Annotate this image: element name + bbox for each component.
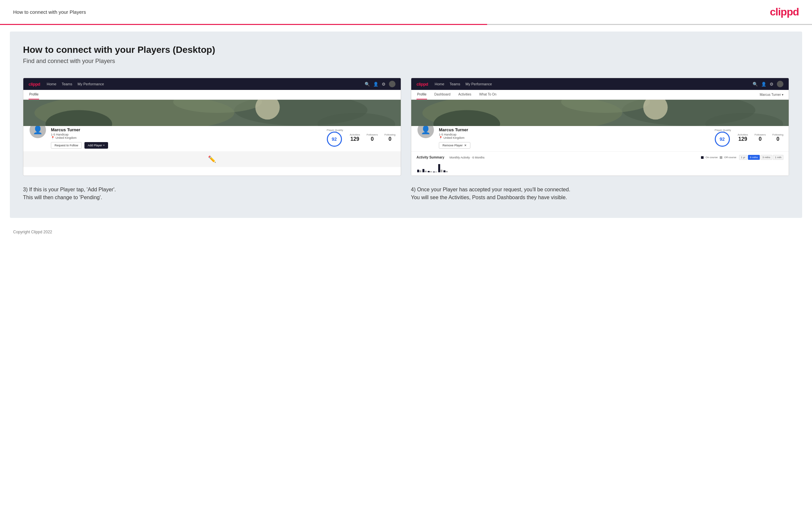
right-stats: Player Quality 92 Activities 129 Followe… bbox=[715, 127, 783, 147]
left-activities-stat: Activities 129 bbox=[350, 133, 360, 142]
right-tab-profile[interactable]: Profile bbox=[416, 90, 427, 100]
right-handicap: 1-5 Handicap bbox=[439, 133, 470, 136]
description-left-text: 3) If this is your Player tap, 'Add Play… bbox=[23, 186, 401, 202]
right-followers-stat: Followers 0 bbox=[755, 133, 766, 142]
bar-light-3 bbox=[430, 171, 432, 172]
right-nav-logo: clippd bbox=[416, 82, 428, 87]
header-divider bbox=[0, 24, 812, 25]
browser-title: How to connect with your Players bbox=[13, 9, 86, 15]
right-profile-details: Marcus Turner 1-5 Handicap 📍 United King… bbox=[439, 127, 470, 149]
right-nav-avatar[interactable] bbox=[777, 81, 783, 87]
right-nav-items: Home Teams My Performance bbox=[435, 82, 746, 86]
right-quality-stat: Player Quality 92 bbox=[715, 129, 731, 147]
location-pin-icon: 📍 bbox=[51, 136, 55, 139]
right-location: 📍 United Kingdom bbox=[439, 136, 470, 139]
left-scroll-area: ✏️ bbox=[23, 151, 401, 167]
left-app-nav: clippd Home Teams My Performance 🔍 👤 ⚙ bbox=[23, 78, 401, 90]
activity-controls: On course Off course 1 yr 6 mths 3 mths … bbox=[701, 155, 783, 160]
on-course-dot bbox=[701, 156, 704, 159]
activity-title-group: Activity Summary Monthly Activity · 6 Mo… bbox=[416, 156, 485, 159]
screenshot-left: clippd Home Teams My Performance 🔍 👤 ⚙ P… bbox=[23, 78, 401, 176]
right-golf-banner bbox=[411, 100, 789, 126]
chart-group-5 bbox=[438, 164, 443, 172]
bar-light-4 bbox=[435, 172, 437, 172]
page-title: How to connect with your Players (Deskto… bbox=[23, 45, 789, 55]
activity-chart bbox=[416, 162, 783, 172]
right-nav-home[interactable]: Home bbox=[435, 82, 444, 86]
right-nav-icons: 🔍 👤 ⚙ bbox=[753, 81, 783, 87]
chart-group-6 bbox=[444, 170, 448, 172]
description-right-text: 4) Once your Player has accepted your re… bbox=[411, 186, 789, 202]
period-1yr-button[interactable]: 1 yr bbox=[739, 155, 747, 160]
bar-dark-2 bbox=[422, 169, 424, 172]
bar-light-1 bbox=[419, 170, 421, 172]
left-tab-profile[interactable]: Profile bbox=[29, 90, 39, 100]
description-right: 4) Once your Player has accepted your re… bbox=[411, 186, 789, 202]
bar-dark-6 bbox=[444, 170, 445, 172]
left-nav-icons: 🔍 👤 ⚙ bbox=[365, 81, 396, 87]
left-nav-home[interactable]: Home bbox=[47, 82, 56, 86]
activity-legend: On course Off course bbox=[701, 156, 737, 159]
bar-light-6 bbox=[446, 171, 448, 172]
top-bar: How to connect with your Players clippd bbox=[0, 0, 812, 24]
right-tab-what-to-on[interactable]: What To On bbox=[478, 90, 497, 100]
chart-group-1 bbox=[417, 170, 421, 172]
period-buttons: 1 yr 6 mths 3 mths 1 mth bbox=[739, 155, 783, 160]
page-subtitle: Find and connect with your Players bbox=[23, 58, 789, 65]
left-profile-row: 👤 Marcus Turner 1-5 Handicap 📍 United Ki… bbox=[29, 126, 396, 149]
right-search-icon[interactable]: 🔍 bbox=[753, 82, 758, 87]
left-settings-icon[interactable]: ⚙ bbox=[382, 82, 386, 87]
left-quality-circle: 92 bbox=[327, 131, 342, 147]
bar-dark-4 bbox=[433, 172, 435, 172]
right-tab-activities[interactable]: Activities bbox=[458, 90, 472, 100]
period-3mths-button[interactable]: 3 mths bbox=[760, 155, 772, 160]
left-location: 📍 United Kingdom bbox=[51, 136, 323, 139]
left-user-icon[interactable]: 👤 bbox=[373, 82, 378, 87]
activity-header: Activity Summary Monthly Activity · 6 Mo… bbox=[416, 155, 783, 160]
right-user-icon[interactable]: 👤 bbox=[761, 82, 766, 87]
right-profile-row: 👤 Marcus Turner 1-5 Handicap 📍 United Ki… bbox=[416, 126, 783, 149]
screenshot-right: clippd Home Teams My Performance 🔍 👤 ⚙ P… bbox=[411, 78, 789, 176]
left-nav-items: Home Teams My Performance bbox=[47, 82, 358, 86]
left-nav-avatar[interactable] bbox=[389, 81, 396, 87]
remove-player-button[interactable]: Remove Player ✕ bbox=[439, 142, 470, 149]
right-player-name: Marcus Turner bbox=[439, 127, 470, 132]
chart-group-2 bbox=[422, 169, 427, 172]
clippd-logo: clippd bbox=[770, 6, 799, 18]
right-user-label: Marcus Turner ▾ bbox=[760, 90, 783, 100]
right-activities-stat: Activities 129 bbox=[738, 133, 748, 142]
remove-x-icon: ✕ bbox=[464, 144, 467, 147]
right-tab-dashboard[interactable]: Dashboard bbox=[434, 90, 451, 100]
left-avatar-icon: 👤 bbox=[33, 125, 43, 134]
activity-title: Activity Summary bbox=[416, 156, 444, 159]
left-search-icon[interactable]: 🔍 bbox=[365, 82, 370, 87]
left-golf-banner bbox=[23, 100, 401, 126]
period-6mths-button[interactable]: 6 mths bbox=[748, 155, 760, 160]
left-handicap: 1-5 Handicap bbox=[51, 133, 323, 136]
right-nav-performance[interactable]: My Performance bbox=[465, 82, 492, 86]
left-profile-buttons: Request to Follow Add Player + bbox=[51, 142, 323, 149]
left-profile-details: Marcus Turner 1-5 Handicap 📍 United King… bbox=[51, 127, 323, 149]
right-app-nav: clippd Home Teams My Performance 🔍 👤 ⚙ bbox=[411, 78, 789, 90]
right-settings-icon[interactable]: ⚙ bbox=[770, 82, 773, 87]
add-player-button[interactable]: Add Player + bbox=[85, 142, 108, 149]
left-nav-teams[interactable]: Teams bbox=[62, 82, 72, 86]
copyright-text: Copyright Clippd 2022 bbox=[13, 230, 52, 234]
bar-dark-5 bbox=[438, 164, 440, 172]
right-avatar-icon: 👤 bbox=[421, 125, 430, 134]
on-course-label: On course bbox=[706, 156, 718, 159]
description-left: 3) If this is your Player tap, 'Add Play… bbox=[23, 186, 401, 202]
right-profile-section: 👤 Marcus Turner 1-5 Handicap 📍 United Ki… bbox=[411, 126, 789, 151]
right-app-tabs: Profile Dashboard Activities What To On … bbox=[411, 90, 789, 100]
off-course-label: Off course bbox=[724, 156, 737, 159]
period-1mth-button[interactable]: 1 mth bbox=[773, 155, 783, 160]
activity-summary: Activity Summary Monthly Activity · 6 Mo… bbox=[411, 151, 789, 176]
left-profile-section: 👤 Marcus Turner 1-5 Handicap 📍 United Ki… bbox=[23, 126, 401, 151]
left-nav-performance[interactable]: My Performance bbox=[78, 82, 104, 86]
right-nav-teams[interactable]: Teams bbox=[450, 82, 460, 86]
right-quality-circle: 92 bbox=[715, 131, 730, 147]
left-app-tabs: Profile bbox=[23, 90, 401, 100]
chart-group-4 bbox=[433, 172, 437, 172]
request-follow-button[interactable]: Request to Follow bbox=[51, 142, 82, 149]
descriptions-row: 3) If this is your Player tap, 'Add Play… bbox=[23, 186, 789, 202]
